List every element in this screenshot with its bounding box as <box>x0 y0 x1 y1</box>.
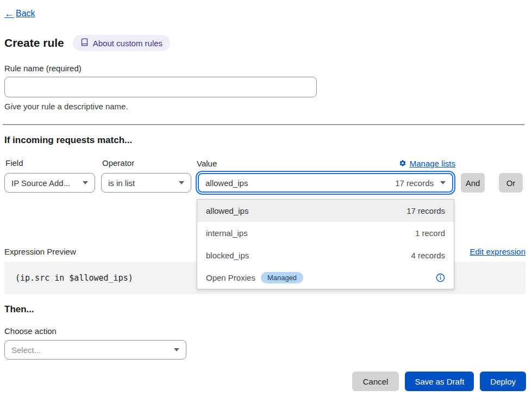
field-column: Field IP Source Add... <box>4 158 95 193</box>
title-row: Create rule About custom rules <box>4 35 170 51</box>
info-icon[interactable] <box>436 273 445 282</box>
rule-name-label: Rule name (required) <box>4 64 82 73</box>
chevron-down-icon <box>179 181 184 184</box>
and-button[interactable]: And <box>461 173 485 193</box>
page-title: Create rule <box>4 36 64 50</box>
edit-expression-link[interactable]: Edit expression <box>470 247 525 256</box>
list-item[interactable]: internal_ips 1 record <box>197 222 454 244</box>
field-select-value: IP Source Add... <box>11 178 83 188</box>
list-item-name: blocked_ips <box>206 251 411 260</box>
match-section-heading: If incoming requests match... <box>4 135 132 146</box>
back-arrow-icon: ← <box>4 9 14 18</box>
save-as-draft-button[interactable]: Save as Draft <box>405 372 474 391</box>
deploy-button[interactable]: Deploy <box>480 372 526 391</box>
condition-row: Field IP Source Add... Operator is in li… <box>4 158 523 193</box>
value-select-name: allowed_ips <box>205 178 395 188</box>
section-divider <box>3 124 524 125</box>
or-button[interactable]: Or <box>499 173 523 193</box>
manage-lists-label: Manage lists <box>410 159 455 168</box>
value-select-count: 17 records <box>395 178 434 188</box>
list-item-count: 4 records <box>411 251 445 260</box>
list-item-name: internal_ips <box>206 228 415 238</box>
footer-actions: Cancel Save as Draft Deploy <box>4 372 526 391</box>
and-or-group: And Or <box>461 158 523 193</box>
managed-badge: Managed <box>261 272 303 283</box>
chevron-down-icon <box>174 348 179 351</box>
list-dropdown-panel: allowed_ips 17 records internal_ips 1 re… <box>197 199 454 289</box>
list-item[interactable]: allowed_ips 17 records <box>197 200 454 222</box>
operator-column: Operator is in list <box>101 158 191 193</box>
list-item-name: Open Proxies <box>206 273 255 282</box>
create-rule-page: ← Back Create rule About custom rules Ru… <box>0 0 532 402</box>
gear-icon <box>399 159 406 167</box>
back-link[interactable]: ← Back <box>4 9 35 18</box>
manage-lists-link[interactable]: Manage lists <box>399 159 455 168</box>
list-item[interactable]: blocked_ips 4 records <box>197 244 454 267</box>
value-select[interactable]: allowed_ips 17 records <box>198 173 453 193</box>
rule-name-input[interactable] <box>4 77 317 97</box>
action-select-placeholder: Select... <box>11 345 174 355</box>
expression-code: (ip.src in $allowed_ips) <box>15 273 133 283</box>
rule-name-helper: Give your rule a descriptive name. <box>4 102 128 111</box>
list-item-name: allowed_ips <box>206 206 406 215</box>
field-select[interactable]: IP Source Add... <box>4 173 95 193</box>
cancel-button[interactable]: Cancel <box>352 372 399 391</box>
chevron-down-icon <box>440 181 446 184</box>
operator-select[interactable]: is in list <box>101 173 191 193</box>
choose-action-label: Choose action <box>4 326 57 336</box>
operator-label: Operator <box>101 158 191 168</box>
list-item-count: 1 record <box>415 228 445 238</box>
then-section-heading: Then... <box>4 304 34 315</box>
expression-preview-label: Expression Preview <box>4 247 76 256</box>
value-label: Value <box>197 159 217 168</box>
about-custom-rules-link[interactable]: About custom rules <box>73 35 170 51</box>
operator-select-value: is in list <box>108 178 179 188</box>
action-select[interactable]: Select... <box>4 340 186 360</box>
value-column: Value Manage lists allowed_ips 17 record… <box>196 158 455 193</box>
field-label: Field <box>4 158 95 168</box>
chevron-down-icon <box>83 181 88 184</box>
about-custom-rules-label: About custom rules <box>93 39 162 48</box>
book-icon <box>80 38 89 48</box>
list-item[interactable]: Open Proxies Managed <box>197 267 454 289</box>
back-label: Back <box>16 9 35 18</box>
value-header: Value Manage lists <box>196 158 455 168</box>
list-item-count: 17 records <box>406 206 445 215</box>
